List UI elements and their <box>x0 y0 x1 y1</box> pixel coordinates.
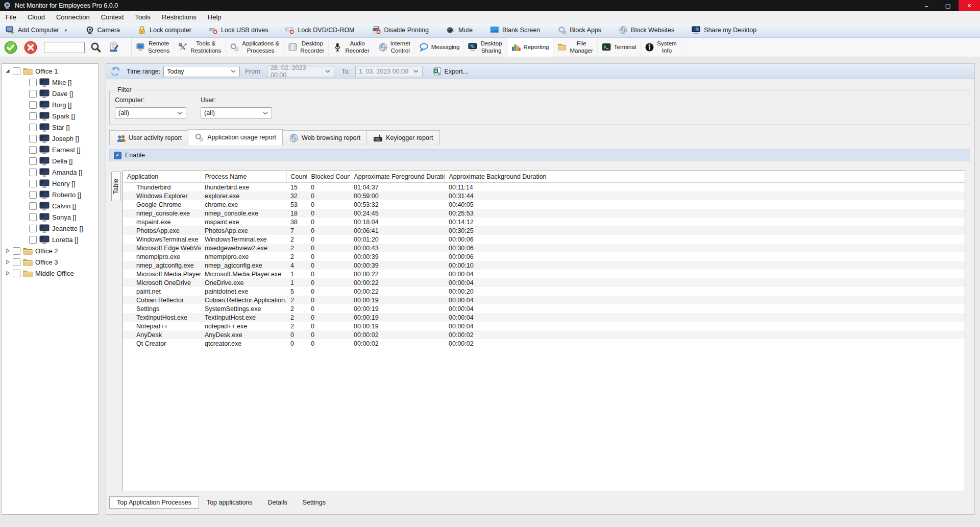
feature-button-reporting[interactable]: Reporting <box>507 38 554 57</box>
table-row[interactable]: PhotosApp.exePhotosApp.exe7000:06:4100:3… <box>123 226 965 235</box>
feature-button-tools-restrictions[interactable]: Tools &Restrictions <box>174 38 226 57</box>
table-row[interactable]: Google Chromechrome.exe53000:53:3200:40:… <box>123 200 965 209</box>
to-date-select[interactable]: 1. 03. 2023 00:00 <box>355 66 423 77</box>
timerange-select[interactable]: Today <box>163 66 240 77</box>
bottom-tab-top-applications[interactable]: Top applications <box>199 496 260 509</box>
table-row[interactable]: Qt Creatorqtcreator.exe0000:00:0200:00:0… <box>123 339 965 348</box>
bottom-tab-details[interactable]: Details <box>260 496 295 509</box>
tree-computer-spark[interactable]: Spark [] <box>2 110 98 122</box>
column-header-count[interactable]: Count <box>286 171 307 183</box>
tab-web-browsing-report[interactable]: Web browsing report <box>282 130 367 145</box>
tree-computer-calvin[interactable]: Calvin [] <box>2 200 98 211</box>
column-header-process-name[interactable]: Process Name <box>201 171 286 183</box>
expand-icon[interactable] <box>5 271 10 276</box>
toolbar-button-lock-computer[interactable]: Lock computer <box>135 26 194 35</box>
tree-computer-earnest[interactable]: Earnest [] <box>2 144 98 155</box>
confirm-button[interactable] <box>4 41 17 54</box>
export-button[interactable]: Export... <box>433 67 469 76</box>
table-row[interactable]: Microsoft Edge WebView2msedgewebview2.ex… <box>123 244 965 252</box>
maximize-button[interactable]: ▢ <box>937 0 959 11</box>
tree-computer-jeanette[interactable]: Jeanette [] <box>2 223 98 234</box>
tree-computer-loretta[interactable]: Loretta [] <box>2 234 98 245</box>
feature-button-messaging[interactable]: Messaging <box>415 38 464 57</box>
toolbar-button-share-my-desktop[interactable]: Share my Desktop <box>689 26 759 35</box>
expand-icon[interactable] <box>5 259 10 265</box>
menu-connection[interactable]: Connection <box>51 13 95 21</box>
checkbox[interactable] <box>29 180 37 187</box>
table-side-tab[interactable]: Table <box>111 172 120 201</box>
tree-computer-mike[interactable]: Mike [] <box>2 77 98 88</box>
tab-user-activity-report[interactable]: User activity report <box>109 130 188 145</box>
table-row[interactable]: Microsoft OneDriveOneDrive.exe1000:00:22… <box>123 278 965 287</box>
feature-button-system-info[interactable]: SystemInfo <box>641 38 681 57</box>
tree-computer-dave[interactable]: Dave [] <box>2 88 98 99</box>
bottom-tab-settings[interactable]: Settings <box>295 496 333 509</box>
menu-tools[interactable]: Tools <box>130 13 156 21</box>
table-row[interactable]: Thunderbirdthunderbird.exe15001:04:3700:… <box>123 183 965 192</box>
table-row[interactable]: Notepad++notepad++.exe2000:00:1900:00:04 <box>123 322 965 330</box>
search-input[interactable] <box>44 42 85 53</box>
checkbox[interactable] <box>29 169 37 176</box>
enable-checkbox[interactable]: ✔ <box>114 152 121 159</box>
checkbox[interactable] <box>29 213 37 221</box>
toolbar-button-add-computer[interactable]: Add Computer▼ <box>3 26 70 35</box>
tree-computer-amanda[interactable]: Amanda [] <box>2 166 98 178</box>
feature-button-applications-processes[interactable]: Applications &Processes <box>226 38 284 57</box>
refresh-button[interactable] <box>110 66 120 77</box>
menu-cloud[interactable]: Cloud <box>22 13 51 21</box>
table-row[interactable]: nmep_agtconfig.exenmep_agtconfig.exe4000… <box>123 261 965 270</box>
checkbox[interactable] <box>29 202 37 210</box>
bottom-tab-top-application-processes[interactable]: Top Application Processes <box>109 496 199 509</box>
table-row[interactable]: mspaint.exemspaint.exe38000:18:0400:14:1… <box>123 218 965 226</box>
minimize-button[interactable]: – <box>916 0 937 11</box>
computer-filter-select[interactable]: (all) <box>115 107 186 118</box>
checkbox[interactable] <box>29 191 37 199</box>
collapse-icon[interactable] <box>5 68 10 74</box>
tree-computer-roberto[interactable]: Roberto [] <box>2 189 98 200</box>
tree-computer-borg[interactable]: Borg [] <box>2 99 98 110</box>
tree-computer-star[interactable]: Star [] <box>2 122 98 133</box>
menu-file[interactable]: File <box>0 13 22 21</box>
tree-group-office-1[interactable]: Office 1 <box>2 65 98 77</box>
checkbox[interactable] <box>29 146 37 154</box>
checkbox[interactable] <box>29 90 37 98</box>
feature-button-file-manager[interactable]: FileManager <box>553 38 597 57</box>
tree-computer-della[interactable]: Della [] <box>2 155 98 166</box>
table-row[interactable]: SettingsSystemSettings.exe2000:00:1900:0… <box>123 304 965 313</box>
table-row[interactable]: nmep_console.exenmep_console.exe18000:24… <box>123 209 965 218</box>
tree-group-office-2[interactable]: Office 2 <box>2 245 98 256</box>
tab-keylogger-report[interactable]: Keylogger report <box>366 130 439 145</box>
table-row[interactable]: AnyDeskAnyDesk.exe0000:00:0200:00:02 <box>123 330 965 339</box>
toolbar-button-blank-screen[interactable]: Blank Screen <box>487 26 543 35</box>
checkbox[interactable] <box>13 247 20 255</box>
checkbox[interactable] <box>29 157 37 165</box>
feature-button-remote-screens[interactable]: RemoteScreens <box>132 38 174 57</box>
search-button[interactable] <box>90 42 102 53</box>
user-filter-select[interactable]: (all) <box>201 107 272 118</box>
toolbar-button-block-websites[interactable]: Block Websites <box>616 26 677 35</box>
from-date-select[interactable]: 28. 02. 2023 00:00 <box>267 66 334 77</box>
expand-icon[interactable] <box>5 248 10 253</box>
tree-group-office-3[interactable]: Office 3 <box>2 256 98 268</box>
menu-context[interactable]: Context <box>95 13 130 21</box>
table-row[interactable]: Microsoft.Media.PlayerMicrosoft.Media.Pl… <box>123 270 965 278</box>
checkbox[interactable] <box>29 236 37 244</box>
feature-button-audio-recorder[interactable]: AudioRecorder <box>329 38 374 57</box>
tree-computer-henry[interactable]: Henry [] <box>2 178 98 189</box>
table-row[interactable]: nmemplpro.exenmemplpro.exe2000:00:3900:0… <box>123 252 965 261</box>
column-header-approximate-background-duration[interactable]: Approximate Background Duration <box>445 171 965 183</box>
column-header-approximate-foreground-duration[interactable]: Approximate Foreground Duration <box>350 171 445 183</box>
checkbox[interactable] <box>29 225 37 232</box>
tree-group-middle-office[interactable]: Middle Office <box>2 268 98 279</box>
checkbox[interactable] <box>29 101 37 109</box>
checkbox[interactable] <box>13 258 20 266</box>
checkbox[interactable] <box>13 67 20 75</box>
checkbox[interactable] <box>13 270 20 277</box>
checkbox[interactable] <box>29 79 37 86</box>
toolbar-button-mute[interactable]: Mute <box>444 26 475 35</box>
menu-help[interactable]: Help <box>202 13 227 21</box>
edit-notes-button[interactable] <box>109 42 120 53</box>
menu-restrictions[interactable]: Restrictions <box>156 13 202 21</box>
table-row[interactable]: Cobian ReflectorCobian.Reflector.Applica… <box>123 296 965 304</box>
feature-button-desktop-recorder[interactable]: DesktopRecorder <box>284 38 329 57</box>
